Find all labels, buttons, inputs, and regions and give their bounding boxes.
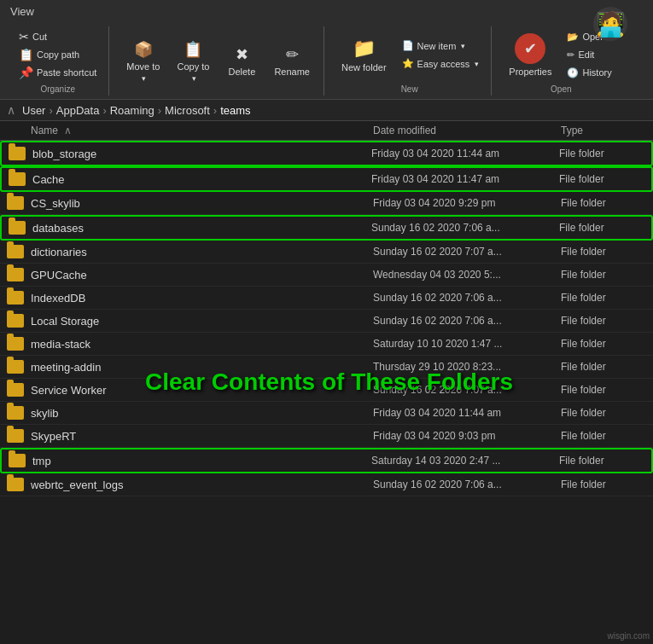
move-to-icon: 📦	[134, 40, 153, 59]
folder-icon	[7, 312, 24, 329]
ribbon-group-clipboard: 📦 Move to ▾ 📋 Copy to ▾ ✖ Delete ✏ Renam…	[113, 26, 324, 96]
cut-button[interactable]: ✂ Cut	[14, 28, 102, 45]
move-to-button[interactable]: 📦 Move to ▾	[120, 37, 166, 86]
col-date-header[interactable]: Date modified	[373, 125, 561, 136]
edit-button[interactable]: ✏ Edit	[562, 48, 620, 62]
file-type: File folder	[561, 479, 646, 490]
table-row[interactable]: media-stack Saturday 10 10 2020 1:47 ...…	[0, 333, 653, 356]
new-folder-icon: 📁	[353, 38, 376, 60]
watermark: wisgin.com	[608, 631, 650, 641]
file-type: File folder	[561, 315, 646, 327]
open-icon: 📂	[567, 32, 579, 43]
history-icon: 🕐	[567, 67, 579, 78]
copy-to-button[interactable]: 📋 Copy to ▾	[170, 37, 216, 86]
file-type: File folder	[561, 430, 646, 442]
folder-icon	[7, 358, 24, 375]
breadcrumb-teams: teams	[220, 104, 250, 117]
delete-button[interactable]: ✖ Delete	[219, 42, 264, 80]
file-date: Wednesday 04 03 2020 5:...	[373, 269, 561, 281]
breadcrumb-arrow-1: ›	[49, 104, 52, 117]
table-row[interactable]: databases Sunday 16 02 2020 7:06 a... Fi…	[0, 215, 653, 241]
folder-icon	[7, 194, 24, 212]
folder-icon	[7, 243, 24, 260]
new-folder-button[interactable]: 📁 New folder	[335, 34, 394, 76]
table-row[interactable]: Cache Friday 03 04 2020 11:47 am File fo…	[0, 166, 653, 192]
file-date: Sunday 16 02 2020 7:06 a...	[371, 222, 559, 234]
file-name: GPUCache	[31, 269, 373, 281]
ribbon-tab-view[interactable]: View	[0, 0, 653, 23]
new-item-button[interactable]: 📄 New item ▾	[397, 38, 485, 53]
table-row[interactable]: blob_storage Friday 03 04 2020 11:44 am …	[0, 141, 653, 166]
copy-to-dropdown: ▾	[192, 74, 196, 83]
file-type: File folder	[561, 384, 646, 396]
file-type: File folder	[561, 361, 646, 373]
folder-icon	[7, 427, 24, 444]
file-date: Friday 03 04 2020 11:47 am	[371, 173, 559, 185]
delete-icon: ✖	[236, 45, 248, 64]
table-row[interactable]: skylib Friday 03 04 2020 11:44 am File f…	[0, 402, 653, 425]
file-type: File folder	[559, 148, 644, 160]
copy-to-icon: 📋	[184, 40, 202, 59]
file-date: Friday 03 04 2020 9:29 pm	[373, 197, 561, 209]
table-row[interactable]: CS_skylib Friday 03 04 2020 9:29 pm File…	[0, 192, 653, 215]
file-name: media-stack	[31, 338, 373, 351]
file-date: Friday 03 04 2020 9:03 pm	[373, 430, 561, 442]
table-row[interactable]: IndexedDB Sunday 16 02 2020 7:06 a... Fi…	[0, 287, 653, 310]
clipboard-row: 📦 Move to ▾ 📋 Copy to ▾ ✖ Delete ✏ Renam…	[120, 26, 317, 96]
folder-icon	[7, 404, 24, 421]
file-name: skylib	[31, 407, 373, 420]
file-type: File folder	[561, 197, 646, 209]
file-name: SkypeRT	[31, 430, 373, 443]
file-date: Saturday 14 03 2020 2:47 ...	[371, 455, 559, 467]
table-row[interactable]: GPUCache Wednesday 04 03 2020 5:... File…	[0, 264, 653, 287]
breadcrumb-roaming[interactable]: Roaming	[110, 104, 155, 117]
history-button[interactable]: 🕐 History	[562, 66, 620, 80]
col-name-header[interactable]: Name ∧	[7, 125, 373, 136]
new-row: 📁 New folder 📄 New item ▾ ⭐ Easy access …	[335, 26, 484, 83]
column-headers: Name ∧ Date modified Type	[0, 121, 653, 141]
properties-button[interactable]: ✔ Properties	[502, 30, 558, 80]
file-date: Sunday 16 02 2020 7:06 a...	[373, 315, 561, 327]
col-type-header[interactable]: Type	[561, 125, 646, 136]
copy-path-button[interactable]: 📋 Copy path	[14, 46, 102, 63]
file-name: Service Worker	[31, 384, 373, 397]
breadcrumb-arrow-2: ›	[102, 104, 106, 117]
file-name: databases	[32, 222, 371, 235]
table-row[interactable]: tmp Saturday 14 03 2020 2:47 ... File fo…	[0, 448, 653, 473]
paste-shortcut-button[interactable]: 📌 Paste shortcut	[14, 64, 102, 81]
breadcrumb-user[interactable]: User	[22, 104, 45, 117]
table-row[interactable]: meeting-addin Thursday 29 10 2020 8:23..…	[0, 356, 653, 379]
rename-button[interactable]: ✏ Rename	[267, 42, 317, 80]
file-type: File folder	[561, 292, 646, 304]
table-row[interactable]: dictionaries Sunday 16 02 2020 7:07 a...…	[0, 241, 653, 264]
easy-access-button[interactable]: ⭐ Easy access ▾	[397, 56, 485, 71]
table-row[interactable]: Local Storage Sunday 16 02 2020 7:06 a..…	[0, 310, 653, 333]
avatar: 🧑‍💻	[593, 7, 627, 41]
ribbon: View ✂ Cut 📋 Copy path 📌 Paste shortcut …	[0, 0, 653, 100]
file-name: dictionaries	[31, 246, 373, 258]
file-date: Sunday 16 02 2020 7:06 a...	[373, 479, 561, 490]
folder-icon	[9, 219, 26, 236]
ribbon-body: ✂ Cut 📋 Copy path 📌 Paste shortcut Organ…	[0, 23, 653, 99]
copy-path-icon: 📋	[19, 48, 33, 61]
sort-arrow: ∧	[64, 125, 72, 136]
breadcrumb-appdata[interactable]: AppData	[56, 104, 100, 117]
breadcrumb-arrow-4: ›	[213, 104, 217, 117]
table-row[interactable]: webrtc_event_logs Sunday 16 02 2020 7:06…	[0, 473, 653, 496]
table-row[interactable]: SkypeRT Friday 03 04 2020 9:03 pm File f…	[0, 425, 653, 448]
folder-icon	[7, 335, 24, 352]
move-to-dropdown: ▾	[142, 74, 146, 83]
ribbon-group-new: 📁 New folder 📄 New item ▾ ⭐ Easy access …	[328, 26, 492, 96]
file-date: Friday 03 04 2020 11:44 am	[373, 407, 561, 419]
breadcrumb-microsoft[interactable]: Microsoft	[165, 104, 210, 117]
file-type: File folder	[559, 455, 644, 467]
file-name: IndexedDB	[31, 292, 373, 305]
file-name: Cache	[32, 173, 371, 186]
table-row[interactable]: Service Worker Sunday 16 02 2020 7:07 a.…	[0, 379, 653, 402]
rename-icon: ✏	[286, 45, 299, 64]
ribbon-group-organize: ✂ Cut 📋 Copy path 📌 Paste shortcut Organ…	[7, 26, 109, 96]
breadcrumb-arrow-3: ›	[158, 104, 161, 117]
file-date: Thursday 29 10 2020 8:23...	[373, 361, 561, 373]
new-items-col: 📄 New item ▾ ⭐ Easy access ▾	[397, 38, 485, 71]
file-type: File folder	[561, 269, 646, 281]
